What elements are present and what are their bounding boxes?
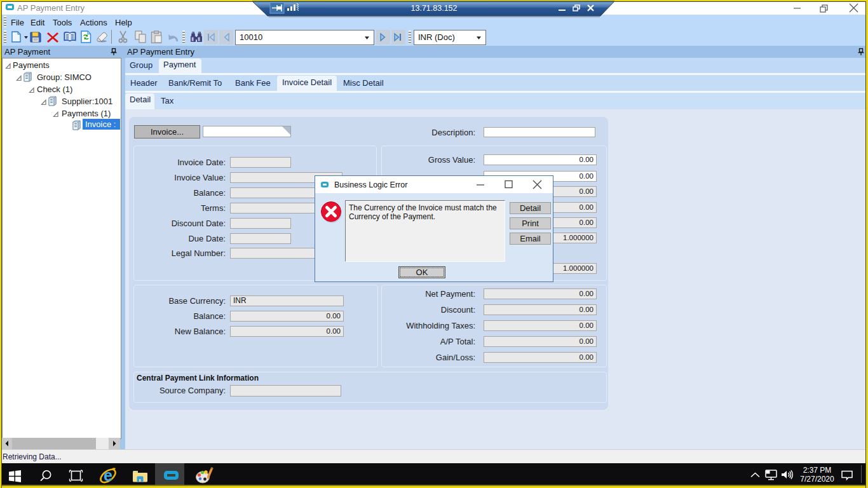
svg-text:e: e <box>104 467 112 484</box>
svg-text:13.71.83.152: 13.71.83.152 <box>411 4 458 13</box>
